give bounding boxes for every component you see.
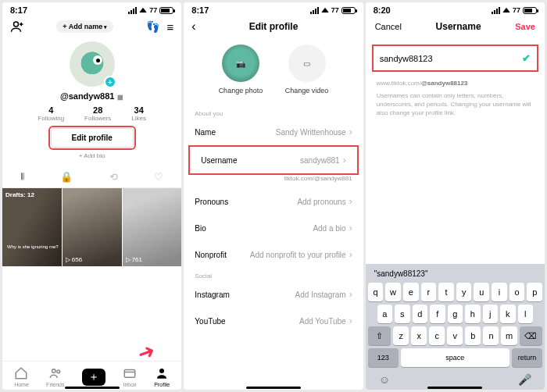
save-button[interactable]: Save	[515, 22, 535, 31]
video-thumb-2[interactable]: ▷ 656	[63, 188, 122, 266]
nav-inbox[interactable]: Inbox	[123, 366, 137, 387]
key-c[interactable]: c	[429, 326, 445, 345]
wifi-icon	[139, 8, 147, 12]
tab-locked[interactable]: 🔒	[60, 171, 73, 183]
key-v[interactable]: v	[447, 326, 463, 345]
avatar-plus-icon[interactable]: +	[104, 76, 116, 88]
profile-tabs: ⦀ 🔒 ⟲ ♡	[2, 166, 181, 188]
status-bar: 8:20 77	[366, 2, 545, 16]
add-bio-button[interactable]: + Add bio	[79, 152, 105, 159]
key-l[interactable]: l	[518, 305, 533, 323]
row-youtube[interactable]: YouTubeAdd YouTube	[184, 308, 363, 334]
status-icons: 77	[128, 6, 173, 14]
key-n[interactable]: n	[483, 326, 499, 345]
camera-icon: 📷	[222, 45, 259, 82]
row-username[interactable]: Usernamesandyw881	[188, 145, 358, 175]
nav-header: Cancel Username Save	[366, 16, 545, 37]
key-s[interactable]: s	[395, 305, 409, 323]
key-q[interactable]: q	[368, 283, 384, 301]
edit-profile-button[interactable]: Edit profile	[51, 128, 134, 148]
key-u[interactable]: u	[474, 283, 489, 301]
nav-create-button[interactable]: ＋	[82, 369, 105, 386]
row-pronouns[interactable]: PronounsAdd pronouns	[184, 188, 363, 215]
keyboard: "sandyw88123" qwertyuiop asdfghjkl ⇧ zxc…	[366, 264, 545, 390]
row-nonprofit[interactable]: NonprofitAdd nonprofit to your profile	[184, 241, 363, 268]
key-a[interactable]: a	[377, 305, 392, 323]
key-j[interactable]: j	[483, 305, 498, 323]
key-d[interactable]: d	[413, 305, 427, 323]
nav-home[interactable]: Home	[14, 366, 29, 387]
nav-profile[interactable]: Profile	[154, 366, 170, 387]
video-thumb-3[interactable]: ▷ 761	[123, 188, 182, 266]
key-f[interactable]: f	[430, 305, 445, 323]
signal-icon	[492, 7, 500, 14]
signal-icon	[310, 7, 319, 14]
key-m[interactable]: m	[501, 326, 517, 345]
key-t[interactable]: t	[438, 283, 454, 301]
key-h[interactable]: h	[465, 305, 480, 323]
key-y[interactable]: y	[456, 283, 472, 301]
key-z[interactable]: z	[393, 326, 409, 345]
menu-icon[interactable]: ≡	[167, 20, 174, 34]
avatar[interactable]: +	[70, 41, 115, 87]
key-x[interactable]: x	[411, 326, 427, 345]
tab-liked[interactable]: ♡	[154, 171, 163, 183]
change-photo[interactable]: 📷 Change photo	[219, 45, 263, 94]
username-input[interactable]: sandyw88123 ✔	[372, 45, 538, 72]
key-o[interactable]: o	[509, 283, 525, 301]
key-p[interactable]: p	[527, 283, 542, 301]
kb-suggestion[interactable]: "sandyw88123"	[368, 267, 542, 283]
change-video[interactable]: ▭ Change video	[285, 45, 329, 94]
battery-icon	[159, 7, 173, 14]
key-backspace[interactable]: ⌫	[520, 326, 542, 345]
back-button[interactable]: ‹	[191, 20, 195, 34]
wifi-icon	[502, 8, 510, 12]
row-instagram[interactable]: InstagramAdd Instagram	[184, 281, 363, 308]
profile-url: www.tiktok.com/@sandyw88123	[366, 80, 545, 87]
profile-handle[interactable]: @sandyw881▦	[60, 91, 123, 101]
row-name[interactable]: NameSandy Writtenhouse	[184, 119, 363, 145]
mic-icon[interactable]: 🎤	[518, 373, 531, 386]
add-person-icon[interactable]	[10, 20, 24, 34]
key-123[interactable]: 123	[368, 348, 399, 367]
drafts-label: Drafts: 12	[5, 191, 34, 198]
row-bio[interactable]: BioAdd a bio	[184, 215, 363, 241]
footprint-icon[interactable]: 👣	[146, 20, 159, 33]
profile-header: + @sandyw881▦ 4Following 28Followers 34L…	[2, 37, 181, 162]
stat-followers[interactable]: 28Followers	[84, 105, 111, 122]
key-k[interactable]: k	[500, 305, 515, 323]
key-w[interactable]: w	[385, 283, 401, 301]
key-e[interactable]: e	[403, 283, 419, 301]
page-title: Edit profile	[249, 21, 299, 32]
status-bar: 8:17 77	[2, 2, 181, 16]
home-indicator	[427, 387, 482, 389]
svg-point-0	[14, 22, 19, 27]
screen-profile: 8:17 77 + Add name▾ 👣 ≡ + @sandyw881▦ 4F…	[2, 2, 181, 390]
key-r[interactable]: r	[421, 283, 437, 301]
status-bar: 8:17 77	[184, 2, 363, 16]
section-about: About you	[184, 105, 363, 119]
key-g[interactable]: g	[448, 305, 463, 323]
emoji-icon[interactable]: ☺	[379, 373, 390, 386]
section-social: Social	[184, 268, 363, 281]
clock: 8:20	[374, 5, 391, 15]
key-return[interactable]: return	[512, 348, 542, 367]
cancel-button[interactable]: Cancel	[375, 22, 402, 31]
video-grid: Drafts: 12 Why is she ignoring me? ▷ 656…	[2, 188, 181, 266]
battery-pct: 77	[149, 6, 157, 14]
stat-likes[interactable]: 34Likes	[131, 105, 146, 122]
home-indicator	[246, 387, 301, 389]
add-name-button[interactable]: + Add name▾	[56, 20, 113, 33]
key-shift[interactable]: ⇧	[368, 326, 391, 345]
key-i[interactable]: i	[492, 283, 507, 301]
check-icon: ✔	[522, 52, 531, 64]
svg-point-1	[52, 369, 55, 373]
screen-username: 8:20 77 Cancel Username Save sandyw88123…	[366, 2, 545, 390]
key-b[interactable]: b	[465, 326, 481, 345]
video-thumb-1[interactable]: Drafts: 12 Why is she ignoring me?	[2, 188, 62, 266]
nav-friends[interactable]: Friends	[46, 366, 64, 387]
key-space[interactable]: space	[401, 348, 509, 367]
tab-posts[interactable]: ⦀	[20, 170, 24, 183]
stat-following[interactable]: 4Following	[38, 105, 64, 122]
tab-reposts[interactable]: ⟲	[109, 171, 118, 183]
